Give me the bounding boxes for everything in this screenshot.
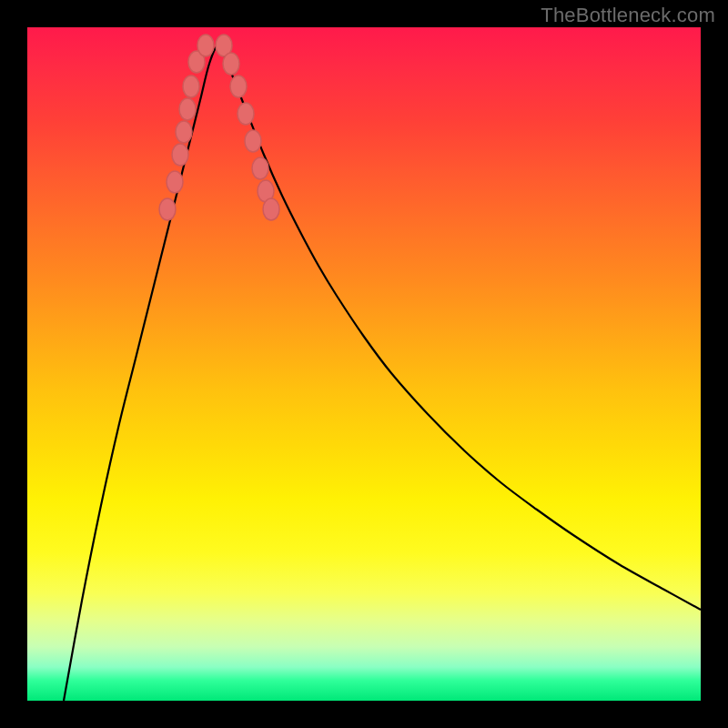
plot-area — [27, 27, 701, 701]
background-gradient — [27, 27, 701, 701]
chart-frame: TheBottleneck.com — [0, 0, 728, 728]
watermark-label: TheBottleneck.com — [541, 4, 715, 27]
